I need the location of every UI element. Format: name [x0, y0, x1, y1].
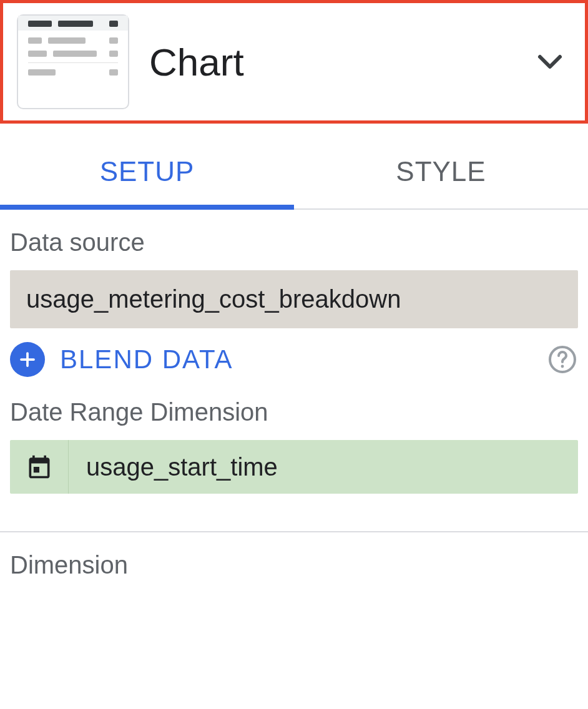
add-blend-button[interactable] [10, 342, 45, 377]
svg-point-3 [561, 365, 564, 368]
tab-setup[interactable]: SETUP [0, 137, 294, 210]
date-range-field-label: usage_start_time [69, 440, 278, 494]
dimension-label: Dimension [10, 551, 578, 579]
help-icon[interactable] [547, 344, 578, 375]
table-chart-icon [17, 14, 129, 109]
dimension-section: Dimension [0, 532, 588, 605]
data-source-chip[interactable]: usage_metering_cost_breakdown [10, 270, 578, 328]
date-range-field-chip[interactable]: usage_start_time [10, 440, 578, 494]
data-source-section: Data source usage_metering_cost_breakdow… [0, 210, 588, 494]
calendar-icon [10, 440, 69, 494]
chevron-down-icon [532, 44, 567, 79]
data-source-label: Data source [10, 228, 578, 257]
tab-style[interactable]: STYLE [294, 137, 588, 210]
chart-type-selector[interactable]: Chart [0, 0, 588, 124]
chart-type-label: Chart [149, 40, 512, 84]
blend-data-button[interactable]: BLEND DATA [60, 345, 532, 374]
date-range-label: Date Range Dimension [10, 398, 578, 426]
config-tabs: SETUP STYLE [0, 137, 588, 210]
